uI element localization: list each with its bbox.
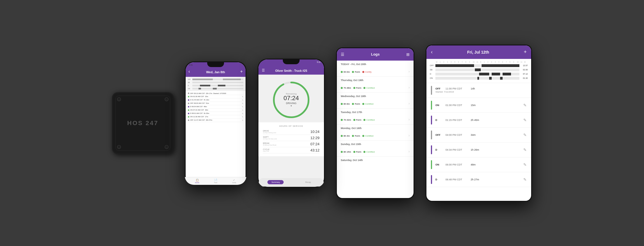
- log-edit-icon[interactable]: ✎: [242, 106, 243, 108]
- phone1-back-button[interactable]: ‹: [188, 69, 190, 74]
- stat-row-drive: DRIVE 11-Hour Driving Limit 10:24: [263, 129, 319, 135]
- phone1-add-button[interactable]: +: [240, 69, 243, 74]
- tl-row-today-content: 0h 0m Form Certify: [341, 70, 409, 73]
- stat-label-shift: SHIFT: [263, 136, 277, 138]
- chart-row-off: OFF 13.57: [430, 64, 528, 68]
- phone1-screen: 5:31 ‹ Wed, Jan 8th + OFF SB D ON OFF 05…: [186, 62, 246, 184]
- log-entry: D 01:45 AM CST 4h 19m ✎: [188, 98, 243, 102]
- tl-row-thu-content: 7h 46m Form Certified: [341, 86, 409, 89]
- tl-row-today[interactable]: 0h 0m Form Certify ›: [337, 67, 414, 77]
- tl-row-mon[interactable]: 8h 4m Form Certified ›: [337, 131, 414, 141]
- log-entry: ON 11:30 AM CST 17m ✎: [188, 115, 243, 119]
- log-entry: D 06:54 AM CST 48m ✎: [188, 105, 243, 109]
- tablet-detail-title: Fri, Jul 12th: [467, 50, 489, 54]
- stat-row-shift: SHIFT 14-Hour On Duty Limit 12:29: [263, 135, 319, 141]
- tl-row-tue[interactable]: 7h 42m Form Certified ›: [337, 115, 414, 125]
- tablet-logs-title: Logs: [371, 52, 380, 56]
- entry-edit-icon-5[interactable]: ✎: [523, 162, 527, 167]
- device-screw-bl: [117, 145, 121, 149]
- tablet-detail-back-button[interactable]: ‹: [431, 49, 433, 55]
- tl-section-mon: Monday, Oct 16th: [337, 125, 414, 131]
- tablet-detail-add-button[interactable]: +: [524, 49, 527, 55]
- phone2-tab-summary[interactable]: Summary: [267, 180, 284, 184]
- tl-section-thu: Thursday, Oct 19th: [337, 77, 414, 83]
- detail-entry-2: D 01:15 PM CDT 2h 45m ✎: [426, 113, 531, 128]
- log-entry: OFF 05:13 AM CST 22h 17m Started: 1/7/20…: [188, 92, 243, 95]
- log-edit-icon[interactable]: ✎: [242, 96, 243, 98]
- tl-row-thu[interactable]: 7h 46m Form Certified ›: [337, 83, 414, 93]
- detail-entry-6: D 06:48 PM CDT 2h 27m ✎: [426, 172, 531, 187]
- stat-sublabel-break: 30 Minute Rest Break: [263, 144, 276, 146]
- driving-timer-circle: Remaining 07:24 DRIVING ▾: [272, 80, 311, 119]
- phone1-title: Wed, Jan 8th: [206, 70, 225, 74]
- entry-edit-icon-4[interactable]: ✎: [523, 148, 527, 152]
- tablet-detail-chart: M 1 2 3 4 5 6 7 8 9 10 11 N 1 2 3 4: [426, 59, 531, 83]
- phone2-screen: 5:31 ☰ Oliver Smith - Truck #25 Remainin…: [258, 59, 324, 187]
- detail-entry-0: OFF 11:00 PM CDT 14h Started: 7/11/2019: [426, 83, 531, 98]
- tl-row-wed-content: 8h 6m Form Certified: [341, 102, 409, 105]
- entry-edit-icon-2[interactable]: ✎: [523, 118, 527, 122]
- detail-entry-4: D 04:34 PM CDT 1h 26m ✎: [426, 142, 531, 157]
- phone2-status-time: 5:31: [317, 61, 321, 63]
- entry-indicator: [431, 86, 432, 95]
- stat-sublabel-cycle: USA 70-8: [263, 150, 269, 152]
- chart-row-on: ON 01.32: [430, 76, 528, 80]
- entry-indicator: [431, 145, 432, 154]
- tl-section-sun: Sunday, Oct 15th: [337, 141, 414, 147]
- stat-value-break: 07:24: [310, 142, 319, 146]
- log-entry: ON 07:22 AM CST 39m ✎: [188, 109, 243, 112]
- stat-value-shift: 12:29: [310, 136, 319, 140]
- hos-stats-panel: HOURS OF SERVICE DRIVE 11-Hour Driving L…: [258, 122, 324, 156]
- log-edit-icon[interactable]: ✎: [242, 119, 243, 121]
- footer-tab-certify[interactable]: ✓ Certify: [232, 179, 236, 183]
- phone2-notch: [283, 59, 300, 64]
- device-label: HOS 247: [127, 119, 158, 127]
- entry-indicator: [431, 175, 432, 184]
- tablet-logs-grid-icon[interactable]: ⊞: [406, 52, 410, 57]
- footer-tab-form[interactable]: 📄 Form: [214, 179, 218, 183]
- tl-row-thu-badges: 7h 46m Form Certified: [341, 87, 409, 89]
- device-screw-tl: [117, 97, 121, 101]
- tablet-logs-screen: ☰ Logs ⊞ TODAY - Fri, Oct 20th 0h 0m Fo: [337, 48, 414, 198]
- phone2-footer: Summary Recap: [259, 178, 324, 187]
- entry-indicator: [431, 101, 432, 110]
- stat-value-drive: 10:24: [310, 130, 319, 134]
- log-edit-icon[interactable]: ✎: [242, 99, 243, 101]
- phone2-title: Oliver Smith - Truck #25: [275, 69, 307, 72]
- log-edit-icon[interactable]: ✎: [242, 116, 243, 118]
- tl-row-wed[interactable]: 8h 6m Form Certified ›: [337, 99, 414, 109]
- tl-row-sun[interactable]: 8h 15m Form Certified ›: [337, 147, 414, 157]
- tl-row-wed-badges: 8h 6m Form Certified: [341, 103, 409, 105]
- entry-indicator: [431, 116, 432, 125]
- stat-value-cycle: 43:12: [310, 148, 319, 152]
- entry-edit-icon-6[interactable]: ✎: [523, 177, 527, 182]
- tl-badge-thu-hours: 7h 46m: [341, 87, 351, 89]
- tablet-logs-menu-icon[interactable]: ☰: [341, 52, 344, 57]
- stat-label-drive: DRIVE: [263, 130, 276, 132]
- log-edit-icon[interactable]: ✎: [242, 102, 243, 104]
- phone-notch: [207, 61, 224, 67]
- log-edit-icon[interactable]: ✎: [242, 112, 243, 114]
- phone2-menu-icon[interactable]: ☰: [262, 68, 265, 72]
- tl-badge-form: Form: [352, 71, 360, 73]
- tl-badge-certify-dot: [362, 71, 364, 73]
- log-entry: OFF 11:47 AM CST 20h 57m ✎: [188, 119, 243, 122]
- footer-tab-events[interactable]: 📋 Events: [195, 179, 199, 183]
- device-screw-br: [165, 145, 169, 149]
- entry-edit-icon-1[interactable]: ✎: [523, 103, 527, 107]
- entry-indicator: [431, 130, 432, 139]
- tl-badge-thu-form: Form: [353, 87, 361, 89]
- tl-badge-certify[interactable]: Certify: [362, 71, 372, 73]
- phone-logs: 5:31 ‹ Wed, Jan 8th + OFF SB D ON OFF 05…: [185, 61, 246, 185]
- phone2-tab-recap[interactable]: Recap: [301, 180, 315, 184]
- tablet-detail-screen: ‹ Fri, Jul 12th + M 1 2 3 4 5 6 7 8 9 10: [426, 45, 531, 201]
- stat-row-break: BREAK 30 Minute Rest Break 07:24: [263, 141, 319, 147]
- tl-chevron-today: ›: [409, 70, 410, 73]
- phone1-footer: 📋 Events 📄 Form ✓ Certify: [186, 177, 246, 184]
- entry-edit-icon-3[interactable]: ✎: [523, 133, 527, 137]
- tablet-detail: ‹ Fri, Jul 12th + M 1 2 3 4 5 6 7 8 9 10: [426, 45, 532, 202]
- tl-badge-hours: 0h 0m: [341, 71, 350, 73]
- chart-row-sb: SB 02.00: [430, 68, 528, 72]
- log-edit-icon[interactable]: ✎: [242, 109, 243, 111]
- stat-label-break: BREAK: [263, 142, 276, 144]
